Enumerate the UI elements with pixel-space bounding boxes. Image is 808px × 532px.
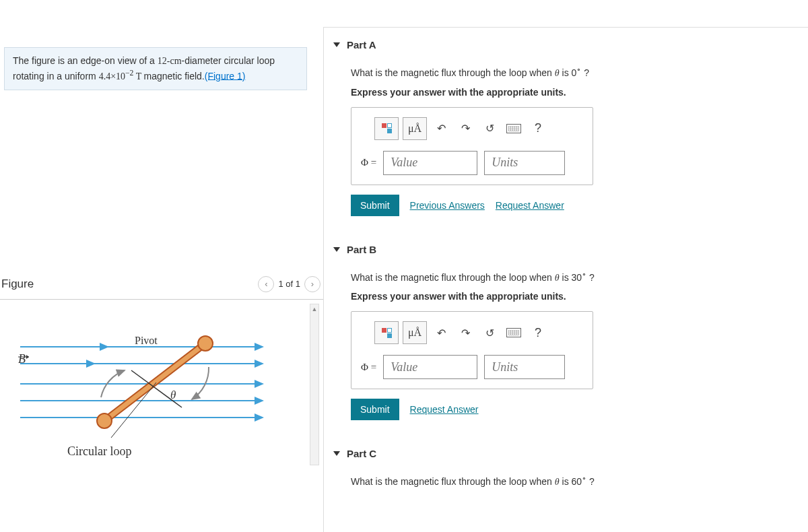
collapse-icon[interactable] [333,451,340,456]
problem-text: The figure is an edge-on view of a [13,55,158,66]
field-unit: T [133,71,143,81]
templates-button[interactable] [374,117,399,140]
reset-button[interactable]: ↺ [479,321,500,344]
q-pre: What is the magnetic flux through the lo… [351,476,555,487]
units-input[interactable] [484,151,565,175]
keyboard-button[interactable] [504,117,524,140]
field-exp: −2 [125,69,133,77]
problem-text: magnetic field. [143,70,204,81]
instruction: Express your answer with the appropriate… [351,291,795,302]
answer-box: μÅ ↶ ↷ ↺ ? Φ = [351,107,593,185]
request-answer-link[interactable]: Request Answer [496,200,564,211]
units-button[interactable]: μÅ [403,321,427,344]
question-text: What is the magnetic flux through the lo… [351,473,795,489]
figure-title: Figure [1,277,34,291]
q-angle: 60 [572,476,582,487]
value-input[interactable] [383,151,477,175]
svg-line-9 [104,343,205,421]
units-input[interactable] [484,355,565,379]
help-button[interactable]: ? [528,321,548,344]
phi-label: Φ = [361,157,376,168]
q-pre: What is the magnetic flux through the lo… [351,271,555,282]
previous-answers-link[interactable]: Previous Answers [410,200,485,211]
q-post: ? [586,271,595,282]
question-text: What is the magnetic flux through the lo… [351,64,795,80]
pivot-label: Pivot [135,335,158,347]
q-angle: 30 [572,271,582,282]
problem-statement: The figure is an edge-on view of a 12-cm… [4,47,307,90]
templates-button[interactable] [374,321,399,344]
value-input[interactable] [383,355,477,379]
svg-point-11 [198,336,213,351]
part-title: Part A [347,39,376,51]
theta-label: θ [170,389,176,402]
answer-box: μÅ ↶ ↷ ↺ ? Φ = [351,311,593,389]
part-title: Part B [347,244,376,255]
redo-button[interactable]: ↷ [455,321,475,344]
help-button[interactable]: ? [528,117,548,140]
request-answer-link[interactable]: Request Answer [410,404,479,415]
undo-button[interactable]: ↶ [431,321,451,344]
figure-page-indicator: 1 of 1 [278,279,300,289]
units-button[interactable]: μÅ [403,117,427,140]
field-value: 4.4×10 [99,71,125,81]
question-text: What is the magnetic flux through the lo… [351,269,795,285]
q-pre: What is the magnetic flux through the lo… [351,67,555,78]
figure-link[interactable]: (Figure 1) [205,70,246,81]
part-title: Part C [347,448,376,459]
submit-button[interactable]: Submit [351,399,399,420]
figure-canvas: B Pivot θ Circular loop ▲ [0,300,323,475]
figure-prev-button[interactable]: ‹ [258,276,274,292]
collapse-icon[interactable] [333,42,340,47]
part-b: Part B What is the magnetic flux through… [324,232,808,437]
reset-button[interactable]: ↺ [479,117,500,140]
part-c: Part C What is the magnetic flux through… [324,436,808,512]
svg-point-10 [97,413,112,428]
figure-scrollbar[interactable]: ▲ [310,304,319,465]
b-vector-label: B [18,352,26,366]
redo-button[interactable]: ↷ [455,117,475,140]
instruction: Express your answer with the appropriate… [351,87,795,98]
diameter: 12-cm [158,56,182,66]
figure-next-button[interactable]: › [304,276,321,292]
part-a: Part A What is the magnetic flux through… [324,28,808,232]
figure-pager: ‹ 1 of 1 › [258,276,321,292]
loop-label: Circular loop [67,444,131,459]
phi-label: Φ = [361,362,376,373]
scroll-up-icon[interactable]: ▲ [310,304,318,314]
collapse-icon[interactable] [333,247,340,252]
keyboard-button[interactable] [504,321,524,344]
q-post: ? [586,476,595,487]
q-post: ? [581,67,589,78]
undo-button[interactable]: ↶ [431,117,451,140]
submit-button[interactable]: Submit [351,195,399,216]
